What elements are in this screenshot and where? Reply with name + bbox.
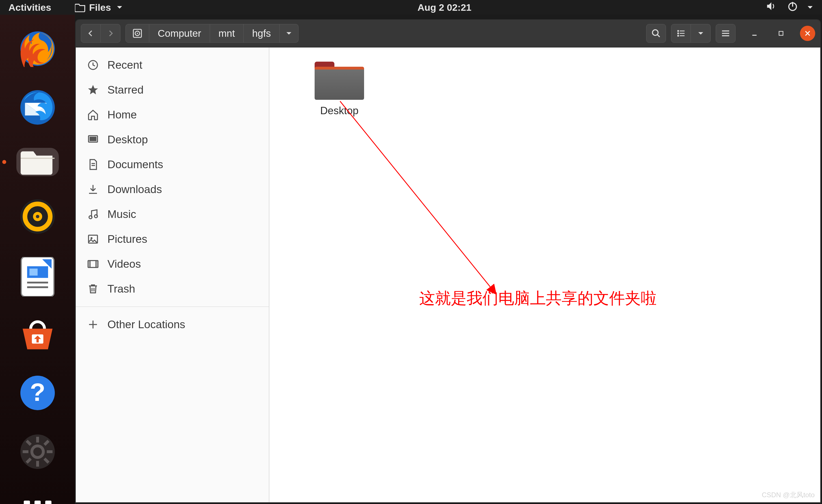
view-list-button[interactable] bbox=[671, 24, 691, 43]
dock-rhythmbox[interactable] bbox=[16, 198, 59, 235]
close-icon bbox=[804, 30, 811, 37]
search-icon bbox=[651, 29, 661, 38]
chevron-down-icon bbox=[807, 2, 814, 13]
pathbar-segment-computer[interactable]: Computer bbox=[149, 24, 210, 43]
maximize-icon bbox=[778, 30, 784, 37]
gnome-topbar: Activities Files Aug 2 02:21 bbox=[0, 0, 822, 15]
svg-point-60 bbox=[97, 262, 97, 263]
window-minimize-button[interactable] bbox=[747, 26, 762, 41]
sidebar-item-documents[interactable]: Documents bbox=[76, 152, 269, 177]
folder-desktop[interactable]: Desktop bbox=[309, 59, 370, 119]
sidebar-item-pictures[interactable]: Pictures bbox=[76, 227, 269, 251]
desktop-icon bbox=[87, 134, 99, 145]
sidebar-item-music[interactable]: Music bbox=[76, 202, 269, 227]
chevron-left-icon bbox=[87, 29, 95, 37]
disk-icon bbox=[132, 28, 143, 39]
svg-rect-46 bbox=[90, 137, 97, 141]
list-view-icon bbox=[676, 29, 686, 38]
sidebar-item-desktop[interactable]: Desktop bbox=[76, 127, 269, 152]
activities-button[interactable]: Activities bbox=[5, 2, 55, 13]
dock-libreoffice-writer[interactable] bbox=[16, 257, 59, 297]
dock: ? bbox=[0, 15, 75, 504]
app-menu-label: Files bbox=[89, 2, 111, 13]
view-options-button[interactable] bbox=[691, 24, 711, 43]
music-icon bbox=[87, 208, 99, 220]
svg-point-7 bbox=[36, 215, 39, 218]
chevron-down-icon bbox=[697, 30, 705, 37]
sidebar-item-recent[interactable]: Recent bbox=[76, 53, 269, 77]
svg-point-50 bbox=[89, 216, 92, 219]
sidebar-label: Home bbox=[107, 108, 137, 121]
chevron-right-icon bbox=[106, 29, 114, 37]
sidebar-item-home[interactable]: Home bbox=[76, 102, 269, 127]
running-indicator-icon bbox=[2, 160, 6, 164]
dock-ubuntu-software[interactable] bbox=[16, 319, 59, 353]
annotation-arrow-icon bbox=[334, 95, 510, 299]
dock-settings[interactable] bbox=[16, 433, 59, 470]
files-window: Computer mnt hgfs bbox=[75, 19, 821, 503]
sidebar-label: Other Locations bbox=[107, 318, 185, 331]
power-icon bbox=[788, 1, 798, 14]
sidebar-item-other-locations[interactable]: Other Locations bbox=[76, 312, 269, 337]
sidebar-item-trash[interactable]: Trash bbox=[76, 277, 269, 301]
show-apps-button[interactable] bbox=[15, 492, 60, 504]
dock-files[interactable] bbox=[16, 148, 59, 176]
sidebar-label: Downloads bbox=[107, 183, 162, 195]
sidebar-label: Pictures bbox=[107, 233, 147, 245]
pathbar-root-icon[interactable] bbox=[125, 24, 149, 43]
search-button[interactable] bbox=[646, 24, 666, 43]
svg-point-51 bbox=[94, 215, 97, 218]
downloads-icon bbox=[87, 183, 99, 195]
sidebar-label: Videos bbox=[107, 258, 141, 270]
dock-thunderbird[interactable] bbox=[16, 89, 59, 126]
sidebar-label: Recent bbox=[107, 59, 142, 71]
svg-point-57 bbox=[89, 262, 90, 263]
sidebar-item-starred[interactable]: Starred bbox=[76, 77, 269, 102]
videos-icon bbox=[87, 258, 99, 270]
svg-rect-10 bbox=[29, 269, 38, 276]
svg-point-53 bbox=[90, 237, 92, 239]
hamburger-menu-button[interactable] bbox=[716, 24, 736, 43]
svg-rect-35 bbox=[680, 33, 685, 34]
svg-rect-41 bbox=[779, 31, 783, 35]
home-icon bbox=[87, 109, 99, 121]
dock-help[interactable]: ? bbox=[16, 375, 59, 411]
view-controls bbox=[671, 24, 711, 43]
window-maximize-button[interactable] bbox=[773, 26, 789, 41]
chevron-down-icon bbox=[285, 30, 293, 37]
trash-icon bbox=[87, 283, 99, 295]
sidebar-label: Documents bbox=[107, 158, 163, 171]
volume-icon bbox=[766, 1, 776, 14]
pathbar-segment-mnt[interactable]: mnt bbox=[210, 24, 244, 43]
forward-button[interactable] bbox=[101, 24, 120, 43]
folder-view[interactable]: Desktop 这就是我们电脑上共享的文件夹啦 CSDN @北风toto bbox=[269, 47, 820, 502]
folder-label: Desktop bbox=[320, 105, 359, 117]
svg-rect-32 bbox=[677, 32, 679, 34]
svg-rect-34 bbox=[680, 31, 685, 31]
pathbar-segment-hgfs[interactable]: hgfs bbox=[244, 24, 280, 43]
svg-point-61 bbox=[97, 264, 97, 265]
svg-line-30 bbox=[657, 34, 660, 37]
sidebar-separator bbox=[76, 307, 269, 307]
sidebar-item-videos[interactable]: Videos bbox=[76, 251, 269, 277]
recent-icon bbox=[87, 59, 99, 71]
sidebar-label: Desktop bbox=[107, 133, 148, 146]
sidebar-item-downloads[interactable]: Downloads bbox=[76, 177, 269, 202]
window-close-button[interactable] bbox=[800, 26, 815, 41]
dock-firefox[interactable] bbox=[16, 30, 59, 67]
sidebar-label: Music bbox=[107, 208, 136, 220]
activities-label: Activities bbox=[8, 2, 51, 13]
sidebar-label: Trash bbox=[107, 283, 135, 295]
nav-buttons bbox=[81, 24, 120, 43]
clock-label[interactable]: Aug 2 02:21 bbox=[414, 2, 475, 13]
documents-icon bbox=[87, 158, 99, 170]
minimize-icon bbox=[751, 30, 758, 37]
pictures-icon bbox=[87, 233, 99, 245]
svg-point-59 bbox=[89, 266, 90, 267]
svg-text:?: ? bbox=[30, 378, 45, 406]
back-button[interactable] bbox=[81, 24, 101, 43]
status-menu[interactable] bbox=[763, 1, 817, 14]
pathbar-menu-button[interactable] bbox=[280, 24, 299, 43]
app-menu[interactable]: Files bbox=[71, 2, 126, 13]
svg-line-67 bbox=[340, 101, 495, 294]
